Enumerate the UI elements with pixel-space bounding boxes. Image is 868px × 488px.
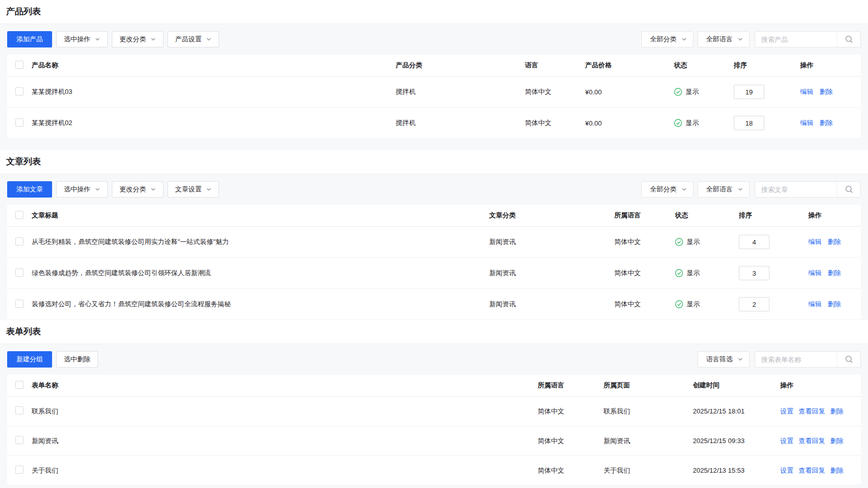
product-row-checkbox[interactable] <box>15 118 23 127</box>
article-batch-actions-dropdown[interactable]: 选中操作 <box>56 181 108 198</box>
form-row-actions: 设置查看回复删除 <box>780 407 861 416</box>
article-language-filter-dropdown[interactable]: 全部语言 <box>697 181 750 198</box>
form-view-replies-link[interactable]: 查看回复 <box>799 407 825 415</box>
add-product-button[interactable]: 添加产品 <box>7 31 52 47</box>
product-change-category-dropdown[interactable]: 更改分类 <box>112 31 163 47</box>
product-row-checkbox[interactable] <box>15 87 23 95</box>
form-row-checkbox[interactable] <box>15 436 23 444</box>
form-row-checkbox[interactable] <box>15 466 23 474</box>
article-edit-link[interactable]: 编辑 <box>808 269 822 277</box>
article-title: 从毛坯到精装，鼎筑空间建筑装修公司用实力诠释"一站式装修"魅力 <box>32 237 489 247</box>
form-delete-link[interactable]: 删除 <box>830 437 843 445</box>
article-category-filter-label: 全部分类 <box>650 185 677 194</box>
article-delete-link[interactable]: 删除 <box>828 269 841 277</box>
product-status-badge: 显示 <box>674 118 734 128</box>
article-row-actions: 编辑删除 <box>808 237 861 247</box>
form-settings-link[interactable]: 设置 <box>780 467 793 474</box>
product-edit-link[interactable]: 编辑 <box>800 88 813 95</box>
form-page: 新闻资讯 <box>604 436 693 446</box>
product-language-filter-dropdown[interactable]: 全部语言 <box>697 31 750 47</box>
products-title-bar: 产品列表 <box>0 0 868 24</box>
form-delete-link[interactable]: 删除 <box>830 407 843 415</box>
article-edit-link[interactable]: 编辑 <box>808 238 822 246</box>
article-category-filter-dropdown[interactable]: 全部分类 <box>641 181 693 198</box>
product-table-row: 某某搅拌机03 搅拌机 简体中文 ¥0.00 显示 编辑删除 <box>7 77 861 108</box>
form-delete-link[interactable]: 删除 <box>830 467 843 474</box>
form-view-replies-link[interactable]: 查看回复 <box>799 467 825 474</box>
forms-toolbar: 新建分组 选中删除 语言筛选 <box>7 344 861 375</box>
form-language: 简体中文 <box>538 466 604 475</box>
form-search-button[interactable] <box>837 352 860 367</box>
product-settings-dropdown[interactable]: 产品设置 <box>167 31 219 47</box>
delete-selected-forms-label: 选中删除 <box>64 355 90 364</box>
article-batch-actions-label: 选中操作 <box>64 185 90 194</box>
form-search-input[interactable] <box>755 352 837 367</box>
chevron-down-icon <box>738 357 743 362</box>
article-search-button[interactable] <box>837 182 860 197</box>
forms-filters: 语言筛选 <box>693 351 861 368</box>
form-language: 简体中文 <box>538 407 604 416</box>
product-category: 搅拌机 <box>396 118 525 128</box>
article-table-row: 装修选对公司，省心又省力！鼎筑空间建筑装修公司全流程服务揭秘 新闻资讯 简体中文… <box>7 289 861 320</box>
product-status-badge: 显示 <box>674 87 734 96</box>
form-language-filter-dropdown[interactable]: 语言筛选 <box>697 351 750 368</box>
forms-title-bar: 表单列表 <box>0 320 868 344</box>
articles-table: 文章标题 文章分类 所属语言 状态 排序 操作 从毛坯到精装，鼎筑空间建筑装修公… <box>7 205 861 320</box>
form-row-actions: 设置查看回复删除 <box>780 466 861 475</box>
product-sort-input[interactable] <box>734 116 764 130</box>
product-search-input[interactable] <box>755 32 837 47</box>
product-edit-link[interactable]: 编辑 <box>800 119 813 127</box>
product-sort-input[interactable] <box>734 85 764 99</box>
select-all-articles-checkbox[interactable] <box>15 211 23 219</box>
product-category-filter-dropdown[interactable]: 全部分类 <box>641 31 693 47</box>
select-all-products-checkbox[interactable] <box>15 61 23 69</box>
forms-table: 表单名称 所属语言 所属页面 创建时间 操作 联系我们 简体中文 联系我们 20… <box>7 375 861 485</box>
article-sort-input[interactable] <box>739 235 769 249</box>
article-delete-link[interactable]: 删除 <box>828 300 841 308</box>
form-row-checkbox[interactable] <box>15 406 23 414</box>
product-language: 简体中文 <box>525 118 585 128</box>
col-article-actions: 操作 <box>808 211 861 220</box>
article-change-category-dropdown[interactable]: 更改分类 <box>112 181 163 198</box>
article-status-text: 显示 <box>687 237 700 247</box>
select-all-forms-checkbox[interactable] <box>15 381 23 389</box>
article-status-badge: 显示 <box>675 300 739 309</box>
new-form-group-button[interactable]: 新建分组 <box>7 351 52 368</box>
form-name: 关于我们 <box>32 466 538 475</box>
article-sort-input[interactable] <box>739 266 769 280</box>
chevron-down-icon <box>682 37 687 42</box>
article-delete-link[interactable]: 删除 <box>828 238 841 246</box>
product-search-button[interactable] <box>837 32 860 47</box>
product-category-filter-label: 全部分类 <box>650 35 677 44</box>
col-article-status: 状态 <box>675 211 739 220</box>
article-language-filter-label: 全部语言 <box>706 185 733 194</box>
form-settings-link[interactable]: 设置 <box>780 437 793 445</box>
product-table-row: 某某搅拌机02 搅拌机 简体中文 ¥0.00 显示 编辑删除 <box>7 108 861 139</box>
add-article-button[interactable]: 添加文章 <box>7 181 52 198</box>
product-category: 搅拌机 <box>396 87 525 96</box>
delete-selected-forms-button[interactable]: 选中删除 <box>56 351 98 368</box>
article-status-text: 显示 <box>687 300 700 309</box>
form-settings-link[interactable]: 设置 <box>780 407 793 415</box>
form-view-replies-link[interactable]: 查看回复 <box>799 437 825 445</box>
product-delete-link[interactable]: 删除 <box>819 119 833 127</box>
article-sort-input[interactable] <box>739 297 769 311</box>
article-row-checkbox[interactable] <box>15 269 23 277</box>
articles-toolbar: 添加文章 选中操作 更改分类 文章设置 全部分类 全部语言 <box>7 174 861 205</box>
article-title: 装修选对公司，省心又省力！鼎筑空间建筑装修公司全流程服务揭秘 <box>32 300 489 309</box>
article-language: 简体中文 <box>614 300 675 309</box>
products-toolbar: 添加产品 选中操作 更改分类 产品设置 全部分类 全部语言 <box>7 24 861 55</box>
article-category: 新闻资讯 <box>489 237 614 247</box>
col-article-category: 文章分类 <box>489 211 614 220</box>
article-search-input[interactable] <box>755 182 837 197</box>
article-row-checkbox[interactable] <box>15 300 23 308</box>
article-settings-dropdown[interactable]: 文章设置 <box>167 181 219 198</box>
article-edit-link[interactable]: 编辑 <box>808 300 822 308</box>
chevron-down-icon <box>151 187 156 192</box>
article-row-checkbox[interactable] <box>15 237 23 246</box>
product-delete-link[interactable]: 删除 <box>819 88 833 95</box>
chevron-down-icon <box>206 37 211 42</box>
product-batch-actions-dropdown[interactable]: 选中操作 <box>56 31 108 47</box>
form-language-filter-label: 语言筛选 <box>706 355 733 364</box>
chevron-down-icon <box>95 37 100 42</box>
